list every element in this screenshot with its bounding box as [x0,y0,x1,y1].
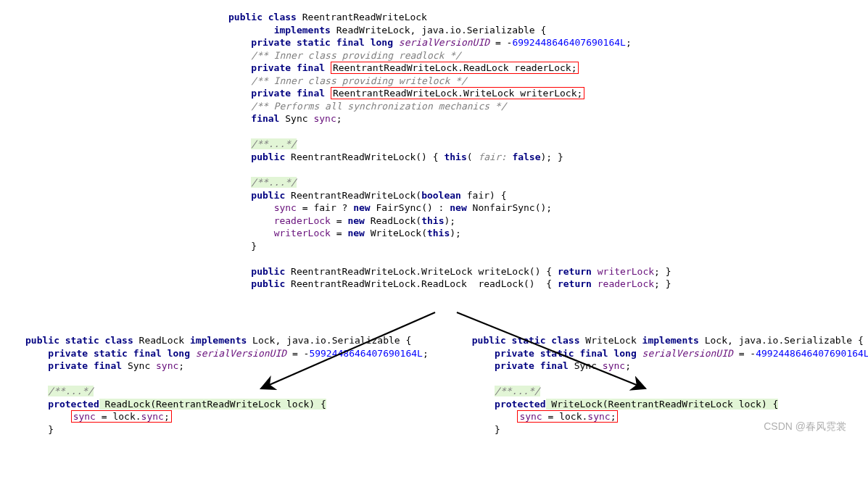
kw-public: public [25,335,59,346]
impl-list: ReadWriteLock, java.io.Serializable { [331,25,546,36]
writelock-method: ReentrantReadWriteLock.WriteLock writeLo… [285,266,558,277]
kw-return: return [558,278,592,289]
kw-private: private [251,88,291,99]
readlock-block: public static class ReadLock implements … [25,334,429,436]
serial-uid: serialVersionUID [399,37,489,48]
sync-var: sync [156,360,178,371]
kw-new: new [450,202,466,213]
end: ; } [654,266,671,277]
top-code-block: public class ReentrantReadWriteLock impl… [228,11,857,291]
class-name: ReadLock [133,335,190,346]
brace-close: } [48,424,54,435]
comment-readlock: /** Inner class providing readlock */ [251,50,461,61]
kw-new: new [353,202,370,213]
kw-static: static [94,348,128,359]
semi: ; [423,348,429,359]
mid: = fair ? [297,202,353,213]
kw-final: final [580,348,608,359]
sync-var: sync [519,411,542,422]
serial-uid: serialVersionUID [196,348,286,359]
sync-var: sync [603,360,625,371]
boxed-sync-assign: sync = lock.sync; [71,410,172,423]
kw-boolean: boolean [421,190,461,201]
sync-type: Sync [569,360,603,371]
neg: - [750,348,756,359]
readlock-new: ReadLock( [365,215,421,226]
semi: ; [336,113,342,124]
kw-class: class [551,335,579,346]
end: ; } [654,278,671,289]
kw-long: long [371,37,393,48]
semi: ; [625,360,631,371]
kw-final: final [336,37,365,48]
impl-list: Lock, java.io.Serializable { [699,335,864,346]
comment-sync: /** Performs all synchronization mechani… [251,101,506,112]
kw-long: long [613,348,636,359]
kw-private: private [48,348,88,359]
eq-lock: = lock. [542,411,588,422]
close: ); } [541,151,563,162]
class-name: WriteLock [580,335,642,346]
sync-var: sync [274,202,297,213]
kw-private: private [495,348,534,359]
kw-protected: protected [495,399,545,410]
kw-this: this [444,151,466,162]
semi: ; [611,411,616,422]
kw-private: private [495,360,534,371]
serial-uid: serialVersionUID [642,348,733,359]
semi: ; [626,37,632,48]
collapsed-doc: /**...*/ [251,138,297,149]
semi: ; [178,360,184,371]
readlock-method: ReentrantReadWriteLock.ReadLock readLock… [285,278,558,289]
sp [592,278,598,289]
ctor0-sig: ReentrantReadWriteLock() { [285,151,444,162]
ctor1-rest: fair) { [461,190,507,201]
boxed-readerlock: ReentrantReadWriteLock.ReadLock readerLo… [331,62,579,74]
num: 4992448646407690164L [756,348,868,359]
boxed-sync-assign: sync = lock.sync; [517,410,618,423]
kw-final: final [94,360,122,371]
eq: = [733,348,750,359]
watermark: CSDN @春风霓裳 [764,420,846,433]
collapsed-doc: /**...*/ [495,386,540,396]
kw-final: final [297,88,325,99]
sync-type: Sync [279,113,313,124]
kw-public: public [228,12,263,22]
param-hint: fair: [478,151,506,162]
kw-private: private [251,62,291,73]
kw-public: public [251,151,285,162]
eq: = [286,348,303,359]
fairsync: FairSync() : [371,202,450,213]
kw-private: private [251,37,291,48]
ctor1-sig: ReentrantReadWriteLock( [285,190,421,201]
kw-protected: protected [48,399,99,410]
num: 5992448646407690164L [309,348,423,359]
sync-field: sync [141,411,164,422]
kw-static: static [297,37,331,48]
sync-type: Sync [122,360,156,371]
kw-static: static [65,335,99,346]
writerlock-var: writerLock [598,266,654,277]
kw-final: final [251,113,279,124]
comment-writelock: /** Inner class providing writelock */ [251,75,466,86]
readerlock-var: readerLock [274,215,331,226]
boxed-writerlock: ReentrantReadWriteLock.WriteLock writerL… [331,87,584,99]
eq: = [331,215,347,226]
kw-final: final [133,348,162,359]
ctor-sig: ReadLock(ReentrantReadWriteLock lock) { [99,399,326,410]
nonfairsync: NonfairSync(); [467,202,552,213]
kw-new: new [347,215,364,226]
collapsed-doc: /**...*/ [48,386,94,396]
code-readlock: public static class ReadLock implements … [25,334,429,436]
brace-close: } [251,241,257,252]
kw-public: public [251,190,285,201]
sync-field: sync [587,411,610,422]
eq: = [489,37,506,48]
sp [592,266,598,277]
kw-final: final [297,62,325,73]
bottom-row: public static class ReadLock implements … [11,334,857,436]
writerlock-var: writerLock [274,228,331,238]
kw-private: private [48,360,88,371]
kw-implements: implements [642,335,699,346]
kw-static: static [540,348,574,359]
